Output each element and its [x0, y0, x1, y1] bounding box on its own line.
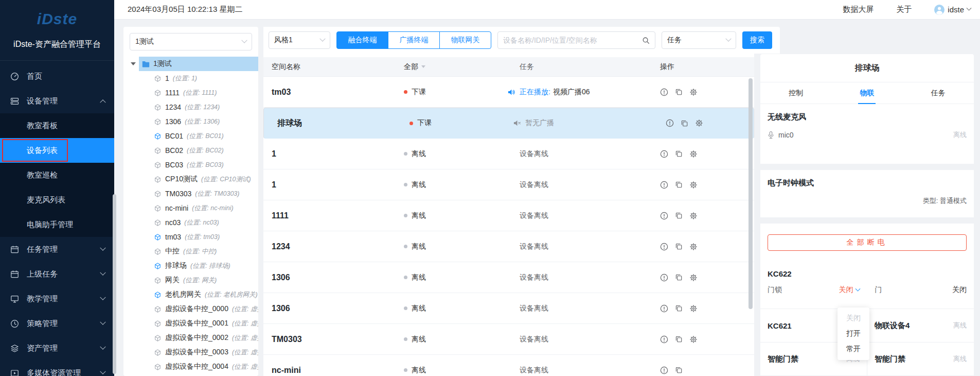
copy-button[interactable]	[681, 119, 688, 127]
tab-iot[interactable]: 物联	[831, 82, 902, 104]
tree-node[interactable]: 虚拟设备中控_0004(位置: 虚拟设备中控_0004)	[123, 360, 258, 374]
tree-root[interactable]: 1测试	[123, 57, 258, 71]
sidebar-item-media-mgmt[interactable]: 多媒体资源管理	[0, 361, 114, 376]
settings-button[interactable]	[689, 88, 698, 96]
sidebar-item-upper-task[interactable]: 上级任务	[0, 262, 114, 286]
tab-iot-gateway[interactable]: 物联网关	[439, 31, 491, 49]
info-button[interactable]	[660, 243, 668, 251]
table-row[interactable]: nc-mini 离线 设备离线	[263, 355, 754, 376]
table-row[interactable]: 1306 离线 设备离线	[263, 262, 754, 293]
device-cell[interactable]: 物联设备4 离线	[867, 309, 974, 342]
info-button[interactable]	[660, 212, 668, 220]
about-link[interactable]: 关于	[896, 5, 912, 14]
settings-button[interactable]	[689, 181, 698, 189]
sidebar-item-strategy-mgmt[interactable]: 策略管理	[0, 311, 114, 336]
tree-node[interactable]: 排球场(位置: 排球场)	[123, 259, 258, 273]
tab-task[interactable]: 任务	[903, 82, 974, 104]
tree-node[interactable]: 网关(位置: 网关)	[123, 273, 258, 287]
copy-button[interactable]	[675, 335, 683, 343]
copy-button[interactable]	[675, 181, 683, 189]
settings-button[interactable]	[689, 150, 698, 158]
dropdown-option-open[interactable]: 打开	[838, 326, 869, 341]
copy-button[interactable]	[675, 274, 683, 281]
info-button[interactable]	[660, 335, 668, 344]
dropdown-option-always-open[interactable]: 常开	[838, 341, 869, 357]
copy-button[interactable]	[675, 243, 683, 250]
table-row[interactable]: tm03 下课 正在播放: 视频广播06	[263, 77, 754, 108]
sidebar-item-pc-assistant[interactable]: 电脑助手管理	[0, 212, 114, 237]
sidebar-item-task-mgmt[interactable]: 任务管理	[0, 237, 114, 262]
task-select[interactable]: 任务	[662, 31, 736, 49]
table-row[interactable]: 1111 离线 设备离线	[263, 200, 754, 231]
table-row-selected[interactable]: 排球场 下课 暂无广播	[263, 108, 754, 139]
info-button[interactable]	[660, 366, 668, 374]
settings-button[interactable]	[689, 304, 698, 313]
settings-button[interactable]	[689, 243, 698, 251]
tree-node[interactable]: 老机房网关(位置: 老机房网关)	[123, 287, 258, 302]
user-menu[interactable]: idste	[934, 5, 971, 15]
settings-button[interactable]	[689, 212, 698, 220]
info-button[interactable]	[666, 119, 674, 127]
tree-node[interactable]: nc03(位置: nc03)	[123, 215, 258, 230]
copy-button[interactable]	[675, 150, 683, 158]
tree-node[interactable]: 1(位置: 1)	[123, 71, 258, 86]
style-select[interactable]: 风格1	[269, 31, 330, 49]
sidebar-item-asset-mgmt[interactable]: 资产管理	[0, 336, 114, 361]
tree-root-selected[interactable]: 1测试	[139, 57, 258, 71]
tree-node[interactable]: BC02(位置: BC02)	[123, 143, 258, 158]
copy-button[interactable]	[675, 366, 683, 374]
header-status-filter[interactable]: 全部	[404, 62, 508, 72]
tree-node[interactable]: 1111(位置: 1111)	[123, 86, 258, 100]
tree-node[interactable]: nc-mini(位置: nc-mini)	[123, 201, 258, 215]
tree-node[interactable]: 中控(位置: 中控)	[123, 244, 258, 259]
lock-value-dropdown[interactable]: 关闭	[839, 285, 860, 295]
tree-node[interactable]: 虚拟设备中控_0001(位置: 虚拟设备中控_0001)	[123, 316, 258, 331]
search-button[interactable]: 搜索	[742, 31, 772, 49]
sidebar-item-classroom-board[interactable]: 教室看板	[0, 113, 114, 138]
sidebar-scrollbar[interactable]	[113, 194, 116, 374]
settings-button[interactable]	[689, 335, 698, 344]
device-cell[interactable]: 智能门禁 离线	[867, 343, 974, 375]
info-button[interactable]	[660, 304, 668, 313]
tree-node[interactable]: tm03(位置: tm03)	[123, 230, 258, 244]
sidebar-item-device-mgmt[interactable]: 设备管理	[0, 89, 114, 113]
tree-node[interactable]: 1234(位置: 1234)	[123, 100, 258, 114]
tree-node[interactable]: 虚拟设备中控_0000(位置: 虚拟设备中控_0000)	[123, 302, 258, 316]
expand-caret-icon[interactable]	[131, 62, 136, 65]
info-button[interactable]	[660, 150, 668, 158]
tree-node[interactable]: 虚拟设备中控_0002(位置: 虚拟设备中控_0002)	[123, 331, 258, 345]
settings-button[interactable]	[689, 274, 698, 282]
sidebar-item-home[interactable]: 首页	[0, 64, 114, 89]
tree-node[interactable]: BC03(位置: BC03)	[123, 158, 258, 172]
tree-node[interactable]: 1306(位置: 1306)	[123, 114, 258, 129]
sidebar-item-teach-mgmt[interactable]: 教学管理	[0, 286, 114, 311]
copy-button[interactable]	[675, 212, 683, 219]
info-button[interactable]	[660, 181, 668, 189]
info-button[interactable]	[660, 274, 668, 282]
tab-fusion-terminal[interactable]: 融合终端	[336, 31, 388, 49]
search-input[interactable]	[503, 36, 642, 44]
settings-button[interactable]	[695, 119, 703, 127]
table-row[interactable]: 1306 离线 设备离线	[263, 293, 754, 324]
info-button[interactable]	[660, 88, 668, 96]
copy-button[interactable]	[675, 88, 683, 96]
table-row[interactable]: 1 离线 设备离线	[263, 169, 754, 200]
tab-control[interactable]: 控制	[760, 82, 831, 104]
tree-node[interactable]: BC01(位置: BC01)	[123, 129, 258, 143]
mic-device-row[interactable]: mic0 离线	[768, 130, 967, 140]
tab-broadcast-terminal[interactable]: 广播终端	[388, 31, 440, 49]
tree-node[interactable]: TM0303(位置: TM0303)	[123, 186, 258, 201]
power-off-all-button[interactable]: 全部断电	[768, 234, 967, 251]
table-row[interactable]: 1 离线 设备离线	[263, 139, 754, 169]
table-row[interactable]: 1234 离线 设备离线	[263, 231, 754, 262]
copy-button[interactable]	[675, 304, 683, 312]
group-select[interactable]: 1测试	[130, 33, 252, 50]
data-screen-link[interactable]: 数据大屏	[843, 5, 874, 14]
table-scrollbar[interactable]	[749, 78, 753, 309]
table-row[interactable]: TM0303 离线 设备离线	[263, 324, 754, 355]
tree-node[interactable]: CP10测试(位置: CP10测试)	[123, 172, 258, 186]
dropdown-option-close[interactable]: 关闭	[838, 311, 869, 326]
sidebar-item-device-list[interactable]: 设备列表	[0, 138, 114, 163]
sidebar-item-mic-list[interactable]: 麦克风列表	[0, 187, 114, 212]
tree-node[interactable]: 虚拟设备中控_0003(位置: 虚拟设备中控_0003)	[123, 345, 258, 360]
